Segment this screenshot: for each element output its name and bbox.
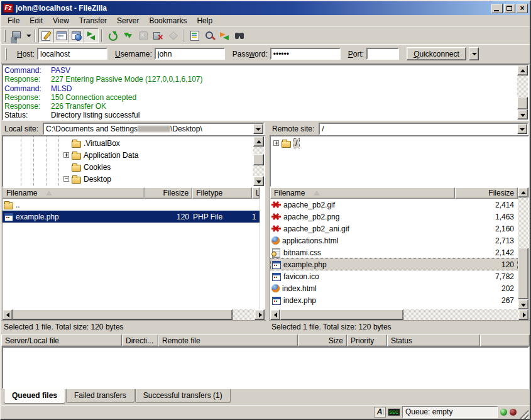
tab-queued-files[interactable]: Queued files [4, 389, 65, 404]
scroll-up-button[interactable] [518, 187, 528, 197]
process-queue-button[interactable] [120, 28, 135, 43]
file-row[interactable]: bitnami.css2,142 [270, 246, 518, 258]
file-row[interactable]: .. [3, 199, 260, 211]
toggle-message-log-button[interactable] [38, 28, 53, 43]
column-header-server-local-file[interactable]: Server/Local file [1, 334, 122, 346]
remote-path-dropdown-button[interactable] [517, 124, 527, 134]
remote-hscrollbar[interactable] [270, 309, 528, 320]
file-row[interactable]: example.php120PHP File1 [3, 211, 260, 223]
tree-item[interactable]: .VirtualBox [3, 137, 253, 149]
find-files-button[interactable] [232, 28, 247, 43]
tree-expander-plus-icon[interactable] [273, 140, 279, 146]
local-path-combo[interactable]: C:\Documents and Settings\Desktop\ [43, 123, 265, 135]
scrollbar-track[interactable] [253, 146, 264, 176]
tab-failed-transfers[interactable]: Failed transfers [66, 389, 134, 403]
menu-edit[interactable]: Edit [25, 15, 48, 26]
menu-transfer[interactable]: Transfer [74, 15, 112, 26]
username-input[interactable] [155, 48, 225, 60]
column-header-status[interactable]: Status [387, 334, 480, 346]
tree-item[interactable]: Application Data [3, 149, 253, 161]
scrollbar-track[interactable] [518, 197, 528, 299]
reconnect-button[interactable] [165, 28, 180, 43]
column-header-priority[interactable]: Priority [347, 334, 387, 346]
site-manager-button[interactable] [8, 28, 23, 43]
scroll-down-button[interactable] [518, 299, 528, 309]
scrollbar-track[interactable] [233, 309, 255, 320]
disconnect-button[interactable] [150, 28, 165, 43]
tree-item[interactable]: Desktop [3, 173, 253, 185]
scrollbar-thumb[interactable] [280, 309, 403, 320]
close-button[interactable]: × [517, 4, 528, 13]
maximize-button[interactable] [504, 4, 515, 13]
menu-help[interactable]: Help [192, 15, 217, 26]
scroll-right-button[interactable] [518, 309, 528, 320]
file-row[interactable]: example.php120 [270, 258, 518, 270]
resize-grip[interactable] [519, 409, 528, 419]
scrollbar-thumb[interactable] [517, 97, 528, 109]
file-row[interactable]: apache_pb2.png1,463 [270, 211, 518, 223]
remote-path-combo[interactable]: / [319, 123, 528, 135]
file-row[interactable]: favicon.ico7,782 [270, 270, 518, 282]
file-row[interactable]: apache_pb2_ani.gif2,160 [270, 223, 518, 235]
scrollbar-track[interactable] [403, 309, 518, 320]
scroll-down-button[interactable] [253, 176, 264, 186]
tree-expander-minus-icon[interactable] [63, 176, 69, 182]
file-row[interactable]: applications.html2,713 [270, 235, 518, 246]
menu-file[interactable]: File [3, 15, 25, 26]
refresh-button[interactable] [105, 28, 120, 43]
menu-view[interactable]: View [48, 15, 74, 26]
toolbar-grip[interactable] [4, 30, 6, 42]
scrollbar-thumb[interactable] [253, 154, 264, 165]
scroll-left-button[interactable] [3, 309, 13, 320]
scroll-left-button[interactable] [270, 309, 280, 320]
column-header-filename[interactable]: Filename [3, 187, 145, 199]
toggle-transfer-queue-button[interactable] [84, 28, 99, 43]
scroll-up-button[interactable] [517, 65, 528, 75]
column-header-remote-file[interactable]: Remote file [158, 334, 298, 346]
host-input[interactable] [37, 48, 107, 60]
column-header-size[interactable]: Size [298, 334, 347, 346]
directory-listing-filters-button[interactable] [187, 28, 202, 43]
menu-bookmarks[interactable]: Bookmarks [144, 15, 192, 26]
scrollbar-track[interactable] [517, 75, 528, 109]
quickconnect-grip[interactable] [5, 48, 7, 60]
tree-item[interactable]: / [271, 137, 528, 149]
tree-expander-plus-icon[interactable] [63, 152, 69, 158]
scroll-down-button[interactable] [517, 109, 528, 119]
file-row[interactable]: index.php267 [270, 294, 518, 306]
quickconnect-button[interactable]: Quickconnect [407, 47, 466, 60]
column-header-filesize[interactable]: Filesize [145, 187, 192, 199]
column-header-lastmodified[interactable]: L [252, 187, 260, 199]
scroll-up-button[interactable] [253, 136, 264, 146]
title-bar[interactable]: Fz john@localhost - FileZilla × [1, 1, 530, 15]
file-name: favicon.ico [283, 272, 457, 281]
password-input[interactable] [270, 48, 341, 60]
directory-comparison-button[interactable] [202, 28, 217, 43]
column-header-filename[interactable]: Filename [270, 187, 455, 199]
tree-item[interactable]: Cookies [3, 161, 253, 173]
column-header-direction[interactable]: Directi... [122, 334, 158, 346]
scrollbar-thumb[interactable] [13, 309, 233, 320]
column-header-filesize[interactable]: Filesize [455, 187, 518, 199]
quickconnect-dropdown-button[interactable] [469, 47, 479, 60]
message-log-scrollbar[interactable] [517, 65, 528, 119]
port-input[interactable] [366, 48, 399, 60]
remote-list-scrollbar[interactable] [518, 187, 528, 309]
file-row[interactable]: index.html202 [270, 282, 518, 294]
scroll-right-button[interactable] [255, 309, 265, 320]
cancel-operation-button[interactable] [135, 28, 150, 43]
site-manager-dropdown-button[interactable] [23, 28, 32, 43]
tab-successful-transfers[interactable]: Successful transfers (1) [135, 389, 231, 403]
local-tree-scrollbar[interactable] [253, 136, 264, 186]
menu-server[interactable]: Server [112, 15, 144, 26]
toggle-remote-tree-button[interactable] [68, 28, 84, 43]
synchronized-browsing-button[interactable] [217, 28, 232, 43]
scrollbar-thumb[interactable] [518, 248, 528, 299]
remote-list-body: apache_pb2.gif2,414apache_pb2.png1,463ap… [270, 199, 518, 309]
file-row[interactable]: apache_pb2.gif2,414 [270, 199, 518, 211]
toggle-local-tree-button[interactable] [53, 28, 68, 43]
local-path-dropdown-button[interactable] [253, 124, 263, 134]
column-header-filetype[interactable]: Filetype [192, 187, 252, 199]
local-hscrollbar[interactable] [3, 309, 265, 320]
minimize-button[interactable] [491, 4, 503, 13]
